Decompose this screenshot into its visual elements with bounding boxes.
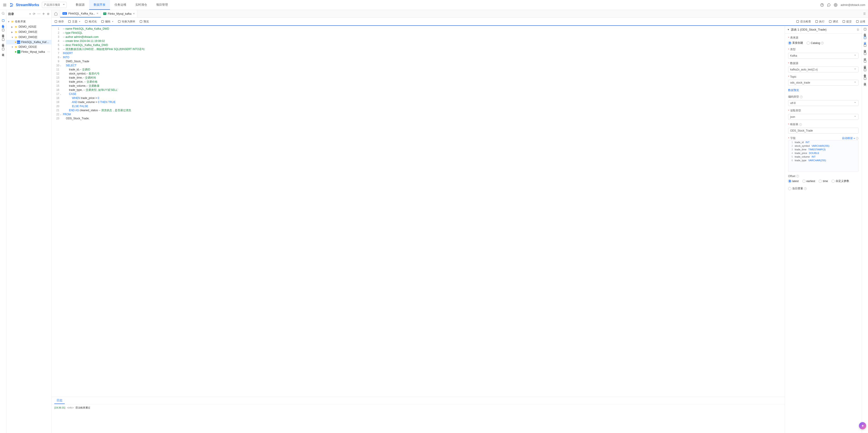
- tree-node[interactable]: ▶📁DEMO_ADS层: [6, 24, 51, 29]
- toolbar-format-button[interactable]: 格式化: [85, 20, 97, 24]
- file-tab[interactable]: SQLFlinkSQL_Kafka_Ka...✕: [60, 10, 101, 18]
- send-icon[interactable]: ✈: [42, 12, 45, 16]
- tree-root[interactable]: ▼📁任务开发: [6, 19, 51, 24]
- right-rail-item[interactable]: 批模式: [863, 77, 867, 82]
- tree-node[interactable]: FXFlinkx_Mysql_kafka⋯: [6, 50, 51, 54]
- svg-rect-27: [864, 45, 866, 47]
- nav-tab-4[interactable]: 项目管理: [152, 0, 173, 10]
- readtype-select[interactable]: json: [788, 114, 859, 120]
- encode-select[interactable]: utf-8: [788, 100, 859, 106]
- tree-node[interactable]: ▼📁DEMO_DWD层: [6, 35, 51, 40]
- svg-rect-24: [856, 20, 858, 22]
- right-rail-item[interactable]: 环境参数: [863, 60, 867, 65]
- maptable-input[interactable]: ODS_Stock_Trade: [788, 128, 859, 134]
- config-title: 源表 1 (ODS_Stock_Trade): [791, 28, 827, 32]
- toolbar-ops-button[interactable]: 运维: [856, 20, 865, 24]
- toolbar-check-button[interactable]: 语法检查: [796, 20, 811, 24]
- source-radio[interactable]: Catalog?: [807, 41, 824, 45]
- offset-radio[interactable]: latest: [788, 180, 799, 183]
- svg-rect-23: [843, 20, 845, 22]
- offset-radio[interactable]: time: [819, 180, 828, 183]
- nav-tab-0[interactable]: 数据源: [71, 0, 89, 10]
- right-rail-item[interactable]: 任务详情: [863, 28, 867, 33]
- help-icon[interactable]: [820, 3, 824, 7]
- collapse-icon[interactable]: ▼: [787, 28, 789, 31]
- tree-node[interactable]: SQLFlinkSQL_Kafka_Kafka_...: [6, 40, 51, 45]
- svg-rect-13: [2, 48, 4, 50]
- file-tabs: SQLFlinkSQL_Kafka_Ka...✕FXFlinkx_Mysql_k…: [52, 10, 868, 18]
- help-icon[interactable]: ?: [800, 95, 803, 98]
- toolbar-save-button[interactable]: 保存: [54, 20, 64, 24]
- help-icon[interactable]: ?: [856, 137, 859, 140]
- left-rail: 任务管理资源管理函数管理表查询: [0, 10, 6, 433]
- offset-radio[interactable]: 自定义参数: [832, 179, 849, 183]
- svg-rect-21: [815, 20, 817, 22]
- workspace: SQLFlinkSQL_Kafka_Ka...✕FXFlinkx_Mysql_k…: [52, 10, 868, 433]
- search-icon[interactable]: [2, 12, 5, 15]
- right-rail-item[interactable]: 结果表: [863, 44, 867, 49]
- delete-icon[interactable]: 🗑: [857, 28, 859, 31]
- svg-rect-19: [140, 20, 142, 22]
- message-icon[interactable]: [827, 3, 831, 7]
- log-tab[interactable]: 日志: [54, 397, 65, 404]
- svg-rect-29: [864, 60, 866, 62]
- svg-rect-12: [2, 38, 4, 40]
- left-rail-item[interactable]: 表查询: [1, 48, 5, 53]
- offset-radio[interactable]: 当日变量?: [788, 186, 807, 191]
- left-rail-item[interactable]: 资源管理: [1, 29, 5, 34]
- help-icon[interactable]: ?: [799, 123, 802, 126]
- svg-rect-16: [85, 20, 87, 22]
- assistant-fab[interactable]: ✦: [859, 422, 866, 429]
- auto-map-link[interactable]: 自动映射: [842, 136, 853, 140]
- menu-icon[interactable]: [3, 3, 7, 7]
- left-rail-item[interactable]: 函数管理: [1, 38, 5, 44]
- toolbar-convert-button[interactable]: 转换为脚本: [118, 20, 135, 24]
- nav-tab-1[interactable]: 数据开发: [89, 0, 110, 10]
- svg-rect-18: [118, 20, 120, 22]
- log-body: [19:36:31] <info> 语法检查通过: [52, 404, 785, 433]
- left-rail-item[interactable]: 任务管理: [1, 19, 5, 25]
- toolbar-run-button[interactable]: 执行: [815, 20, 825, 24]
- svg-line-9: [4, 14, 4, 15]
- right-rail-item[interactable]: 源表: [863, 36, 867, 41]
- user-email[interactable]: admin@dtstack.com: [841, 3, 865, 6]
- more-icon[interactable]: ⋯: [37, 12, 40, 16]
- svg-rect-30: [864, 69, 866, 71]
- tree-node[interactable]: ▼📁DEMO_ODS层: [6, 45, 51, 50]
- svg-rect-11: [2, 29, 4, 31]
- settings-icon[interactable]: [834, 3, 837, 7]
- datasource-select[interactable]: kafka2x_auto_test(2.x): [788, 66, 859, 73]
- nav-tab-2[interactable]: 任务运维: [110, 0, 131, 10]
- svg-point-4: [10, 6, 11, 6]
- toolbar-submit-button[interactable]: 提交: [842, 20, 852, 24]
- project-selector[interactable]: 产品演示项目: [42, 2, 67, 8]
- file-tab[interactable]: FXFlinkx_Mysql_kafka✕: [101, 10, 137, 18]
- field-list[interactable]: 1trade_id INT2stock_symbol VARCHAR(255)3…: [788, 140, 859, 172]
- type-select[interactable]: Kafka: [788, 53, 859, 59]
- close-icon[interactable]: ✕: [96, 12, 98, 15]
- help-icon[interactable]: ?: [796, 175, 799, 177]
- toolbar-theme-button[interactable]: 主题▼: [68, 20, 81, 24]
- locate-icon[interactable]: ⌖: [29, 12, 31, 16]
- topic-select[interactable]: ods_stock_trade: [788, 80, 859, 86]
- tabs-menu-icon[interactable]: ☰: [863, 12, 866, 16]
- toolbar-edit-button[interactable]: 编辑▼: [101, 20, 114, 24]
- toolbar-preview-button[interactable]: 预览: [140, 20, 149, 24]
- offset-radio[interactable]: earliest: [802, 180, 815, 183]
- right-rail-item[interactable]: 任务设置: [863, 68, 867, 74]
- add-icon[interactable]: ⊕: [47, 12, 50, 16]
- close-icon[interactable]: ✕: [133, 12, 135, 15]
- toolbar: 保存主题▼格式化编辑▼转换为脚本预览 语法检查执行调试提交运维: [52, 18, 868, 26]
- source-radio[interactable]: 直接创建: [788, 41, 803, 45]
- svg-rect-31: [864, 78, 866, 80]
- svg-rect-10: [2, 20, 4, 22]
- toolbar-debug-button[interactable]: 调试: [829, 20, 838, 24]
- right-rail-item[interactable]: 维表: [863, 52, 867, 57]
- nav-tab-3[interactable]: 实时湖仓: [131, 0, 152, 10]
- home-tab[interactable]: [52, 10, 60, 18]
- refresh-icon[interactable]: ⟳: [33, 12, 35, 16]
- preview-link[interactable]: 数据预览: [788, 89, 799, 92]
- svg-point-7: [835, 4, 836, 5]
- tree-node[interactable]: ▶📁DEMO_DWS层: [6, 29, 51, 35]
- code-editor[interactable]: 12345678⌄910⌄11121314151617⌄1819202122⌄2…: [52, 26, 785, 397]
